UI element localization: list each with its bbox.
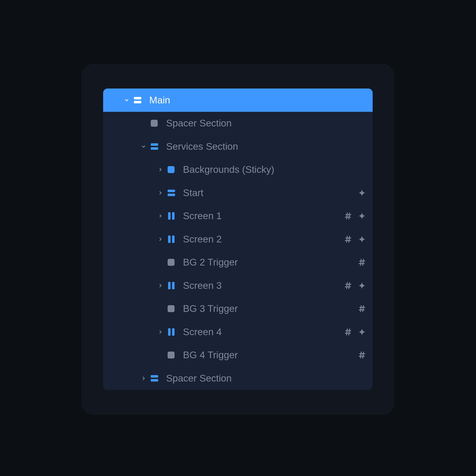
tree-row[interactable]: Start [103,181,373,205]
svg-rect-2 [151,120,158,127]
hash-icon [344,212,352,220]
chevron-right-icon[interactable] [153,168,168,171]
svg-rect-16 [168,328,171,336]
tree-row-label: Screen 1 [183,210,222,221]
chevron-down-icon[interactable] [119,98,134,102]
columns-icon [168,328,183,336]
columns-icon [168,212,183,220]
svg-rect-20 [151,379,158,382]
chevron-right-icon[interactable] [153,191,168,195]
tree-row[interactable]: Screen 4 [103,320,373,344]
svg-rect-13 [168,282,171,289]
tree-row[interactable]: Screen 2 [103,228,373,251]
sparkle-icon [358,282,366,289]
tree-row-label: Start [183,187,203,198]
hash-icon [344,282,352,289]
tree-row[interactable]: Backgrounds (Sticky) [103,158,373,181]
row-badges [358,259,366,266]
tree-row-label: Spacer Section [166,373,232,384]
sparkle-icon [358,236,366,243]
tree-row-label: BG 2 Trigger [183,257,238,268]
navigator-card: Main Spacer SectionServices SectionBackg… [82,64,394,415]
row-badges [344,212,366,220]
tree-row[interactable]: Services Section [103,135,373,158]
hash-icon [344,236,352,243]
svg-rect-18 [168,352,175,358]
tree-row-label: Spacer Section [166,118,232,129]
row-badges [344,328,366,336]
navigator-panel: Main Spacer SectionServices SectionBackg… [103,89,373,390]
chevron-right-icon[interactable] [153,238,168,241]
tree-row[interactable]: BG 2 Trigger [103,251,373,274]
tree-row-label: BG 3 Trigger [183,303,238,314]
sparkle-icon [358,328,366,336]
tree-row[interactable]: BG 4 Trigger [103,344,373,367]
block-icon [168,305,183,312]
sparkle-icon [358,212,366,220]
row-badges [358,189,366,197]
tree-row-label: Main [149,95,170,106]
tree-row-label: BG 4 Trigger [183,350,238,360]
svg-rect-0 [134,97,141,99]
tree-row-label: Backgrounds (Sticky) [183,164,274,175]
svg-rect-19 [151,375,158,378]
svg-rect-1 [134,101,141,103]
tree-row[interactable]: Screen 1 [103,205,373,228]
row-badges [344,282,366,289]
section-icon [151,375,166,382]
tree-row[interactable]: Screen 3 [103,274,373,297]
hash-icon [344,328,352,336]
block-icon [168,352,183,358]
hash-icon [358,351,366,359]
tree-row[interactable]: BG 3 Trigger [103,297,373,321]
chevron-right-icon[interactable] [153,284,168,287]
svg-rect-8 [168,212,171,220]
chevron-down-icon[interactable] [136,145,151,148]
row-badges [358,351,366,359]
svg-rect-12 [168,259,175,266]
tree-rows: Spacer SectionServices SectionBackground… [103,112,373,390]
row-badges [344,236,366,243]
columns-icon [168,282,183,289]
tree-row-label: Screen 2 [183,234,222,245]
section-icon [134,96,149,104]
tree-row-label: Services Section [166,141,238,152]
block-icon [151,120,166,127]
tree-row-main[interactable]: Main [103,89,373,112]
svg-rect-5 [168,166,175,173]
svg-rect-7 [168,194,175,196]
tree-row[interactable]: Spacer Section [103,112,373,135]
block-icon [168,166,183,173]
svg-rect-10 [168,236,171,243]
hash-icon [358,305,366,312]
svg-rect-9 [172,212,175,220]
section-icon [168,189,183,197]
row-badges [358,305,366,312]
columns-icon [168,236,183,243]
svg-rect-6 [168,190,175,192]
sparkle-icon [358,189,366,197]
hash-icon [358,259,366,266]
svg-rect-3 [151,143,158,146]
svg-rect-15 [168,305,175,312]
svg-rect-4 [151,147,158,150]
svg-rect-14 [172,282,175,289]
svg-rect-11 [172,236,175,243]
chevron-right-icon[interactable] [136,377,151,380]
chevron-right-icon[interactable] [153,330,168,334]
section-icon [151,143,166,150]
block-icon [168,259,183,266]
chevron-right-icon[interactable] [153,214,168,218]
tree-row-label: Screen 3 [183,280,222,291]
svg-rect-17 [172,328,175,336]
tree-row-label: Screen 4 [183,327,222,337]
tree-row[interactable]: Spacer Section [103,367,373,390]
